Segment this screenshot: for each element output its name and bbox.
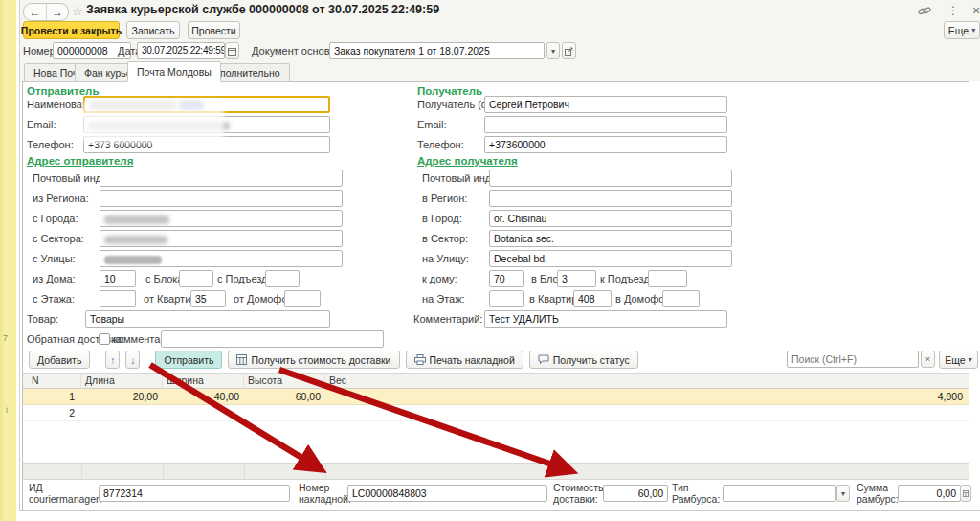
recipient-entrance-field[interactable] [648, 270, 687, 287]
recipient-intercom-field[interactable] [662, 290, 700, 307]
basis-dropdown-button[interactable]: ▾ [546, 42, 560, 59]
sender-floor-field[interactable] [100, 290, 136, 307]
column-header-length[interactable]: Длина [81, 373, 163, 389]
recipient-sector-field[interactable]: Botanica sec. [489, 230, 732, 247]
toolbar-more-button[interactable]: Еще▾ [944, 21, 980, 39]
write-button[interactable]: Записать [126, 21, 180, 39]
sender-email-label: Email: [27, 116, 56, 133]
comment-field[interactable]: Тест УДАЛИТЬ [484, 310, 727, 328]
caret-down-icon: ▾ [969, 355, 972, 364]
sender-block-field[interactable] [179, 270, 213, 287]
recipient-apartment-field[interactable]: 408 [573, 290, 612, 307]
recipient-phone-field[interactable]: +373600000 [484, 136, 727, 153]
sender-house-label: из Дома: [33, 270, 76, 287]
recipient-email-field[interactable] [484, 116, 727, 133]
move-row-up-button[interactable]: ↑ [105, 351, 120, 369]
caret-down-icon: ▾ [841, 489, 845, 498]
column-header-height[interactable]: Высота [244, 373, 325, 389]
basis-field[interactable]: Заказ покупателя 1 от 18.07.2025 [329, 42, 545, 59]
sender-city-field[interactable] [100, 210, 343, 227]
table-command-bar: Добавить ↑ ↓ Отправить Получить стоимост… [29, 351, 638, 369]
waybill-number-field[interactable]: LC00000848803 [347, 485, 547, 502]
print-waybill-label: Печать накладной [430, 354, 515, 366]
table-row[interactable] [23, 405, 969, 421]
recipient-zip-field[interactable] [489, 170, 732, 187]
add-row-button[interactable]: Добавить [29, 351, 90, 369]
post-button[interactable]: Провести [188, 21, 240, 39]
recipient-block-field[interactable]: 3 [557, 270, 596, 287]
cell-n[interactable]: 1 [23, 389, 75, 405]
sender-sector-field[interactable] [100, 230, 343, 247]
column-header-width[interactable]: Ширина [163, 373, 244, 389]
sender-phone-field[interactable]: +373 6000000 [83, 136, 330, 153]
sender-region-field[interactable] [100, 190, 343, 207]
arrow-down-icon: ↓ [130, 354, 135, 366]
sender-email-field[interactable] [83, 116, 330, 133]
post-and-close-button[interactable]: Провести и закрыть [23, 21, 120, 39]
cell-width[interactable]: 40,00 [163, 389, 239, 405]
cell-n[interactable]: 2 [23, 405, 75, 421]
basis-open-button[interactable] [562, 42, 576, 59]
ramburs-type-field[interactable] [723, 485, 836, 502]
column-header-n[interactable]: N [23, 373, 81, 389]
couriermanager-id-field[interactable]: 8772314 [99, 485, 290, 502]
sender-intercom-field[interactable] [284, 290, 321, 307]
delivery-cost-field[interactable]: 60,00 [603, 485, 668, 502]
return-comment-field[interactable] [161, 330, 384, 348]
list-more-button[interactable]: Еще▾ [939, 351, 978, 369]
move-row-down-button[interactable]: ↓ [125, 351, 140, 369]
sender-zip-field[interactable] [100, 170, 343, 187]
cell-height[interactable]: 60,00 [244, 389, 321, 405]
redacted-text [89, 102, 177, 110]
goods-field[interactable]: Товары [85, 310, 330, 328]
get-delivery-cost-button[interactable]: Получить стоимость доставки [228, 351, 399, 369]
sender-street-field[interactable] [100, 250, 343, 267]
forward-button[interactable]: → [46, 4, 68, 20]
get-status-button[interactable]: Получить статус [529, 351, 638, 369]
return-delivery-checkbox[interactable] [99, 333, 110, 345]
window-left-border [19, 0, 20, 511]
recipient-phone-label: Телефон: [417, 136, 464, 153]
sender-house-field[interactable]: 10 [100, 270, 136, 287]
sender-name-field[interactable] [83, 96, 330, 113]
recipient-address-link[interactable]: Адрес получателя [417, 155, 518, 167]
cell-weight[interactable]: 4,000 [325, 389, 963, 405]
caret-down-icon: ▾ [551, 47, 555, 56]
recipient-name-field[interactable]: Сергей Петрович [484, 96, 727, 113]
ramburs-sum-field[interactable]: 0,00 [898, 485, 961, 502]
footer-separator [163, 464, 164, 479]
sender-entrance-field[interactable] [265, 270, 300, 287]
close-icon[interactable]: × [972, 3, 980, 18]
recipient-floor-label: на Этаж: [422, 290, 465, 307]
recipient-region-field[interactable] [489, 190, 732, 207]
recipient-region-label: в Регион: [422, 190, 467, 207]
calendar-icon [228, 47, 236, 56]
recipient-floor-field[interactable] [489, 290, 524, 307]
print-waybill-button[interactable]: Печать накладной [406, 351, 523, 369]
get-link-icon[interactable] [918, 5, 931, 17]
clear-search-button[interactable]: × [921, 351, 935, 368]
sender-street-label: с Улицы: [33, 250, 76, 267]
recipient-street-field[interactable]: Decebal bd. [489, 250, 732, 267]
cell-length[interactable]: 20,00 [81, 389, 158, 405]
column-header-weight[interactable]: Вес [325, 373, 969, 389]
more-dots-icon[interactable]: ⋮ [947, 4, 959, 17]
date-calendar-button[interactable] [225, 42, 239, 59]
ramburs-sum-calc-button[interactable] [960, 485, 971, 502]
back-button[interactable]: ← [24, 4, 46, 20]
calculator-icon [963, 489, 969, 498]
send-button[interactable]: Отправить [155, 351, 222, 369]
sender-apartment-field[interactable]: 35 [190, 290, 226, 307]
ramburs-type-dropdown-button[interactable]: ▾ [836, 485, 850, 502]
tab-pochta-moldovy[interactable]: Почта Молдовы [127, 61, 221, 82]
redacted-text [88, 122, 230, 130]
search-input[interactable] [787, 351, 919, 368]
forward-icon: → [52, 6, 63, 19]
recipient-house-field[interactable]: 70 [489, 270, 524, 287]
recipient-city-field[interactable]: or. Chisinau [489, 210, 732, 227]
date-field[interactable]: 30.07.2025 22:49:59 [137, 42, 225, 59]
favorite-star-icon[interactable]: ☆ [72, 4, 83, 18]
sender-address-link[interactable]: Адрес отправителя [27, 155, 133, 167]
clear-icon: × [925, 354, 930, 364]
app-window: 7 i ← → ☆ Заявка курьерской службе 00000… [0, 0, 980, 521]
